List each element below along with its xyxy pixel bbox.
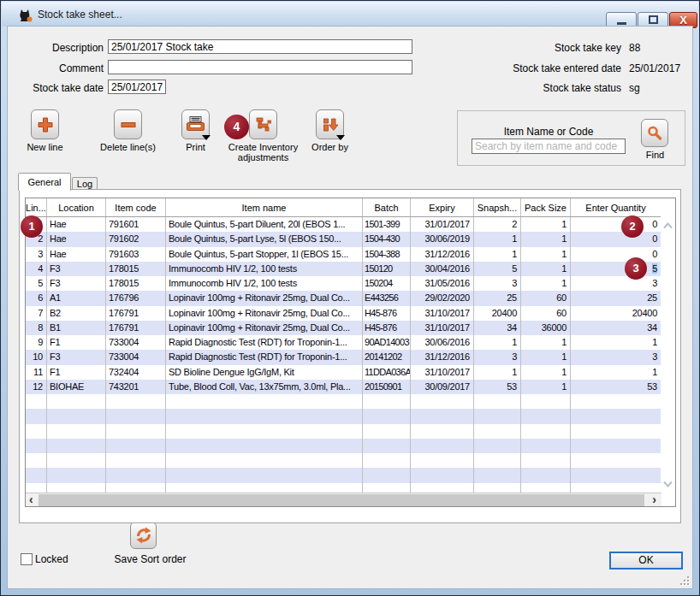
item-search-input[interactable]: [472, 139, 626, 154]
table-cell[interactable]: 20150901: [363, 380, 411, 394]
column-header[interactable]: Item code: [106, 198, 166, 216]
table-row[interactable]: 4F3178015Immunocomb HIV 1/2, 100 tests15…: [26, 262, 661, 276]
table-cell[interactable]: A1: [47, 291, 106, 305]
column-header[interactable]: Batch: [363, 198, 411, 216]
table-cell[interactable]: 178015: [106, 262, 166, 276]
table-cell[interactable]: Lopinavir 100mg + Ritonavir 25mg, Dual C…: [166, 321, 363, 335]
column-header[interactable]: Lin...: [26, 198, 47, 216]
table-cell[interactable]: 31/05/2016: [411, 276, 474, 291]
table-cell[interactable]: 31/10/2017: [411, 365, 474, 380]
table-cell[interactable]: 3: [474, 350, 521, 364]
table-cell[interactable]: 31/10/2017: [411, 321, 474, 335]
table-cell[interactable]: 1: [571, 365, 661, 380]
table-cell[interactable]: 30/04/2016: [411, 262, 474, 276]
table-cell[interactable]: Rapid Diagnostic Test (RDT) for Troponin…: [166, 350, 363, 364]
locked-checkbox[interactable]: [21, 553, 33, 565]
table-cell[interactable]: 4: [26, 262, 47, 276]
table-cell[interactable]: 60: [521, 291, 571, 305]
column-header[interactable]: Snapsh...: [474, 198, 521, 216]
table-cell[interactable]: 1504-430: [363, 232, 411, 246]
table-cell[interactable]: 0: [571, 247, 661, 262]
table-cell[interactable]: 150120: [363, 262, 411, 276]
table-cell[interactable]: 1: [571, 335, 661, 350]
table-cell[interactable]: 6: [26, 291, 47, 305]
table-cell[interactable]: BIOHAE: [47, 380, 106, 394]
table-cell[interactable]: E443256: [363, 291, 411, 305]
table-cell[interactable]: 1: [521, 247, 571, 262]
table-cell[interactable]: 1501-399: [363, 217, 411, 232]
table-cell[interactable]: F1: [47, 365, 106, 380]
table-row[interactable]: 1Hae791601Boule Quintus, 5-part Diluent,…: [26, 217, 661, 232]
table-cell[interactable]: 733004: [106, 335, 166, 350]
table-cell[interactable]: 791603: [106, 247, 166, 262]
table-cell[interactable]: 732404: [106, 365, 166, 380]
table-cell[interactable]: 1: [474, 335, 521, 350]
table-cell[interactable]: 5: [571, 262, 661, 276]
table-cell[interactable]: Boule Quintus, 5-part Lyse, 5l (EBOS 150…: [166, 232, 363, 246]
create-inventory-adjustments-button[interactable]: [249, 109, 277, 139]
table-cell[interactable]: 20400: [474, 306, 521, 321]
column-header[interactable]: Enter Quantity: [571, 198, 661, 216]
table-cell[interactable]: 791602: [106, 232, 166, 246]
column-header[interactable]: Expiry: [411, 198, 474, 216]
table-cell[interactable]: 178015: [106, 276, 166, 291]
column-header[interactable]: Pack Size: [521, 198, 571, 216]
table-cell[interactable]: 150204: [363, 276, 411, 291]
table-cell[interactable]: 0: [571, 232, 661, 246]
table-cell[interactable]: 31/10/2017: [411, 306, 474, 321]
table-cell[interactable]: 1: [521, 350, 571, 364]
order-by-button[interactable]: [316, 109, 344, 139]
vertical-scrollbar[interactable]: [661, 198, 675, 493]
table-cell[interactable]: 2: [474, 217, 521, 232]
table-cell[interactable]: B2: [47, 306, 106, 321]
table-cell[interactable]: SD Bioline Dengue IgG/IgM, Kit: [166, 365, 363, 380]
scroll-down-icon[interactable]: [663, 481, 673, 487]
table-cell[interactable]: 53: [474, 380, 521, 394]
table-cell[interactable]: 34: [474, 321, 521, 335]
table-cell[interactable]: 25: [571, 291, 661, 305]
table-cell[interactable]: F3: [47, 350, 106, 364]
table-row[interactable]: 2Hae791602Boule Quintus, 5-part Lyse, 5l…: [26, 232, 661, 246]
table-cell[interactable]: 1: [521, 276, 571, 291]
ok-button[interactable]: OK: [609, 552, 683, 569]
table-cell[interactable]: 31/12/2016: [411, 350, 474, 364]
table-cell[interactable]: 9: [26, 335, 47, 350]
table-cell[interactable]: 90AD14003: [363, 335, 411, 350]
table-row[interactable]: 7B2176791Lopinavir 100mg + Ritonavir 25m…: [26, 306, 661, 321]
table-row[interactable]: 10F3733004Rapid Diagnostic Test (RDT) fo…: [26, 350, 661, 364]
table-cell[interactable]: F3: [47, 276, 106, 291]
column-header[interactable]: Location: [47, 198, 106, 216]
scroll-right-icon[interactable]: ›: [652, 493, 656, 506]
table-cell[interactable]: 1: [521, 380, 571, 394]
table-cell[interactable]: 8: [26, 321, 47, 335]
table-cell[interactable]: 20141202: [363, 350, 411, 364]
table-cell[interactable]: 29/02/2020: [411, 291, 474, 305]
table-cell[interactable]: 1: [474, 232, 521, 246]
table-cell[interactable]: 30/06/2019: [411, 232, 474, 246]
table-cell[interactable]: 11: [26, 365, 47, 380]
table-cell[interactable]: 30/09/2017: [411, 380, 474, 394]
table-cell[interactable]: Boule Quintus, 5-part Stopper, 1l (EBOS …: [166, 247, 363, 262]
table-cell[interactable]: 791601: [106, 217, 166, 232]
table-cell[interactable]: 1: [521, 262, 571, 276]
table-cell[interactable]: 176791: [106, 321, 166, 335]
table-cell[interactable]: 5: [474, 262, 521, 276]
table-row[interactable]: 11F1732404SD Bioline Dengue IgG/IgM, Kit…: [26, 365, 661, 380]
horizontal-scroll-thumb[interactable]: [39, 494, 644, 506]
table-row[interactable]: 12BIOHAE743201Tube, Blood Coll, Vac, 13x…: [26, 380, 661, 394]
table-cell[interactable]: 60: [521, 306, 571, 321]
table-cell[interactable]: H45-876: [363, 321, 411, 335]
title-bar[interactable]: Stock take sheet... X: [2, 2, 698, 27]
stock-take-table[interactable]: Lin...LocationItem codeItem nameBatchExp…: [25, 198, 676, 507]
table-header[interactable]: Lin...LocationItem codeItem nameBatchExp…: [26, 198, 661, 217]
table-cell[interactable]: 176796: [106, 291, 166, 305]
find-button[interactable]: [641, 119, 668, 147]
table-row[interactable]: 5F3178015Immunocomb HIV 1/2, 100 tests15…: [26, 276, 661, 291]
table-cell[interactable]: Hae: [47, 247, 106, 262]
table-cell[interactable]: Lopinavir 100mg + Ritonavir 25mg, Dual C…: [166, 291, 363, 305]
stock-take-date-input[interactable]: [108, 80, 166, 94]
table-cell[interactable]: 733004: [106, 350, 166, 364]
table-row[interactable]: 8B1176791Lopinavir 100mg + Ritonavir 25m…: [26, 321, 661, 335]
table-cell[interactable]: 53: [571, 380, 661, 394]
table-cell[interactable]: 36000: [521, 321, 571, 335]
